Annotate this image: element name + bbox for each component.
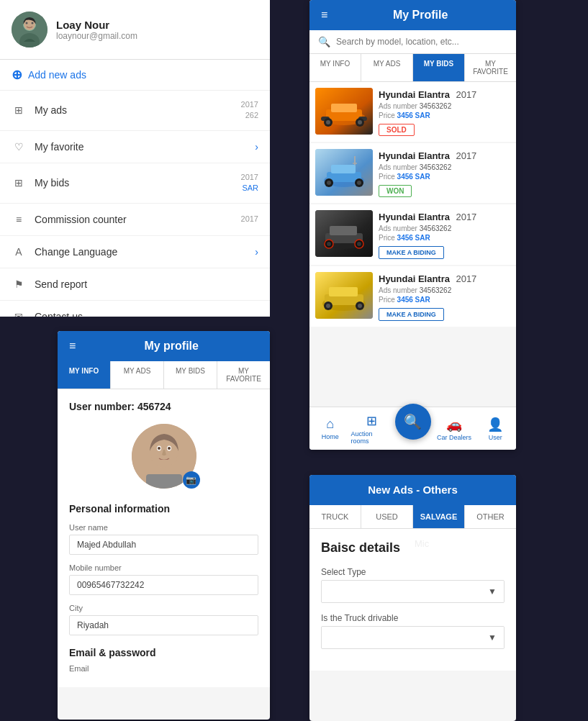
home-label: Home [322,433,339,440]
search-icon: 🔍 [318,36,330,47]
select-type-dropdown[interactable]: ▼ [321,580,505,603]
user-info: Loay Nour loaynour@gmail.com [56,19,137,41]
sidebar-item-send-report[interactable]: ⚑ Send report [0,268,270,301]
sold-badge: SOLD [379,124,415,136]
camera-badge[interactable]: 📷 [183,471,200,489]
select-type-label: Select Type [321,567,505,577]
sidebar-item-my-bids[interactable]: ⊞ My bids 2017 SAR [0,163,270,204]
username-input[interactable] [69,535,258,555]
nav-home[interactable]: ⌂ Home [309,414,350,443]
bid-action[interactable]: MAKE A BIDING [379,245,510,259]
sidebar-item-commission[interactable]: ≡ Commission counter 2017 [0,204,270,236]
bid-info: Hyundai Elantra 2017 Ads number 34563262… [379,88,510,136]
svg-point-26 [357,181,361,185]
username-label: User name [69,523,258,532]
bid-ads: Ads number 34563262 [379,225,510,232]
ads-data: 2017 262 [241,99,258,122]
basic-details-title: Baisc details [321,540,505,556]
add-new-ads-button[interactable]: ⊕ Add new ads [0,60,270,91]
tab-my-info[interactable]: MY INFO [309,54,361,81]
bid-info: Hyundai Elantra 2017 Ads number 34563262… [379,210,510,259]
tab-my-ads[interactable]: MY ADS [361,54,413,81]
favorite-icon: ♡ [12,140,26,154]
car-image [315,272,373,319]
svg-point-42 [326,304,330,308]
hamburger-icon[interactable]: ≡ [69,340,76,353]
svg-point-49 [158,447,160,450]
tab-my-bids[interactable]: MY BIDS [413,54,465,81]
tab-other[interactable]: OTHER [465,505,516,528]
sidebar-panel: Loay Nour loaynour@gmail.com ⊕ Add new a… [0,0,270,317]
city-label: City [69,604,258,612]
tab-salvage[interactable]: SALVAGE [413,505,465,528]
language-icon: A [12,245,26,259]
dropdown-arrow-icon: ▼ [488,586,497,597]
menu-label: Commission counter [35,214,241,225]
bid-car-name: Hyundai Elantra 2017 [379,272,510,285]
svg-point-32 [327,242,331,246]
sidebar-menu: ⊞ My ads 2017 262 ♡ My favorite › ⊞ My b… [0,91,270,317]
sidebar-item-language[interactable]: A Change Language › [0,236,270,268]
bids-header: ≡ My Profile [309,0,516,30]
won-badge: WON [379,185,412,197]
tab-my-info[interactable]: MY INFO [58,361,111,389]
svg-rect-51 [146,474,182,489]
email-label: Email [69,664,258,673]
bids-panel: ≡ My Profile 🔍 MY INFO MY ADS MY BIDS MY… [309,0,516,450]
bid-action[interactable]: MAKE A BIDING [379,307,510,321]
nav-dealers[interactable]: 🚗 Car Dealers [433,414,474,444]
sidebar-item-my-favorite[interactable]: ♡ My favorite › [0,131,270,163]
auction-icon: ⊞ [366,413,377,429]
add-icon: ⊕ [12,67,22,83]
bid-action: SOLD [379,122,510,136]
svg-point-13 [326,120,330,124]
tab-my-ads[interactable]: MY ADS [111,361,164,389]
make-biding-button[interactable]: MAKE A BIDING [379,246,444,259]
svg-point-34 [357,242,361,246]
city-input[interactable] [69,615,258,635]
make-biding-button[interactable]: MAKE A BIDING [379,308,444,321]
bid-price: Price 3456 SAR [379,296,510,304]
dropdown-arrow-icon: ▼ [488,632,497,643]
email-section-title: Email & password [69,647,258,658]
tab-my-bids[interactable]: MY BIDS [164,361,217,389]
svg-point-24 [327,181,331,185]
search-input[interactable] [336,37,507,47]
svg-point-50 [168,447,171,450]
menu-label: My favorite [35,141,255,153]
svg-rect-30 [330,226,357,235]
hamburger-icon[interactable]: ≡ [321,9,327,22]
menu-label: Contact us [35,311,258,317]
arrow-icon: › [255,246,258,258]
tab-my-favorite[interactable]: MY FAVORITE [465,54,516,81]
sidebar-item-my-ads[interactable]: ⊞ My ads 2017 262 [0,91,270,131]
svg-point-5 [32,22,34,24]
bid-action: WON [379,183,510,197]
personal-info-title: Personal information [69,503,258,514]
user-name: Loay Nour [56,19,137,31]
profile-tabs: MY INFO MY ADS MY BIDS MY FAVORITE [309,54,516,82]
truck-drivable-dropdown[interactable]: ▼ [321,626,505,649]
tab-truck[interactable]: TRUCK [309,505,361,528]
select-type-field: Select Type ▼ [321,567,505,603]
add-new-label: Add new ads [28,69,86,81]
avatar [12,12,48,47]
nav-auction[interactable]: ⊞ Auction rooms [350,410,392,448]
dealers-icon: 🚗 [446,417,462,432]
commission-icon: ≡ [12,212,26,227]
tab-used[interactable]: USED [361,505,413,528]
svg-point-44 [358,304,362,308]
search-center-button[interactable]: 🔍 [395,404,431,440]
sidebar-item-contact-us[interactable]: ✉ Contact us [0,301,270,317]
nav-search[interactable]: 🔍 [392,418,433,440]
bid-info: Hyundai Elantra 2017 Ads number 34563262… [379,149,510,197]
bottom-nav: ⌂ Home ⊞ Auction rooms 🔍 🚗 Car Dealers 👤… [309,407,516,450]
bids-data: 2017 SAR [241,172,258,194]
bid-car-name: Hyundai Elantra 2017 [379,88,510,101]
bid-list: Hyundai Elantra 2017 Ads number 34563262… [309,82,516,384]
mobile-input[interactable] [69,575,258,595]
mobile-field: Mobile number [69,563,258,595]
mobile-label: Mobile number [69,563,258,572]
tab-my-favorite[interactable]: MY FAVORITE [217,361,270,389]
nav-user[interactable]: 👤 User [475,414,516,444]
